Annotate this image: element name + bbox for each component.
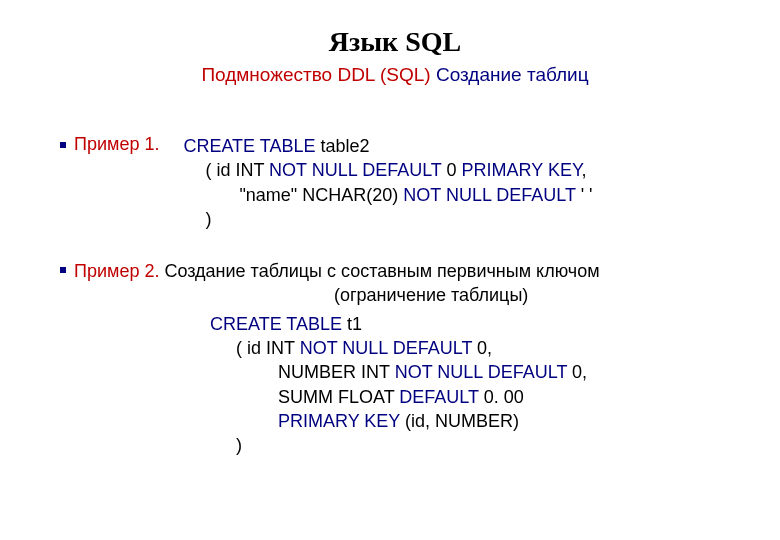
bullet-icon (60, 267, 66, 273)
example-2-code: CREATE TABLE t1 ( id INT NOT NULL DEFAUL… (210, 312, 730, 458)
code-line: CREATE TABLE t1 (210, 312, 730, 336)
page-title: Язык SQL (60, 26, 730, 58)
bullet-icon (60, 142, 66, 148)
keyword: NOT NULL DEFAULT (300, 338, 477, 358)
code-line: ) (210, 433, 730, 457)
text: ) (205, 209, 211, 229)
text: (id, NUMBER) (405, 411, 519, 431)
subtitle-red: Подмножество DDL (SQL) (201, 64, 430, 85)
text: 0. 00 (484, 387, 524, 407)
code-line: CREATE TABLE table2 (183, 134, 592, 158)
example-1: Пример 1. CREATE TABLE table2 ( id INT N… (60, 134, 730, 231)
text: 0, (477, 338, 492, 358)
subtitle-navy: Создание таблиц (431, 64, 589, 85)
keyword: PRIMARY KEY (278, 411, 405, 431)
example-1-body: CREATE TABLE table2 ( id INT NOT NULL DE… (183, 134, 592, 231)
keyword: PRIMARY KEY (462, 160, 582, 180)
code-line: ( id INT NOT NULL DEFAULT 0 PRIMARY KEY, (183, 158, 592, 182)
code-line: ( id INT NOT NULL DEFAULT 0, (210, 336, 730, 360)
example-2-body: Пример 2. Создание таблицы с составным п… (74, 259, 600, 308)
subtitle: Подмножество DDL (SQL) Создание таблиц (60, 64, 730, 86)
text: SUMM FLOAT (278, 387, 399, 407)
keyword: CREATE TABLE (183, 136, 320, 156)
code-line: PRIMARY KEY (id, NUMBER) (210, 409, 730, 433)
code-line: SUMM FLOAT DEFAULT 0. 00 (210, 385, 730, 409)
example-2-note: (ограничение таблицы) (74, 283, 600, 307)
keyword: DEFAULT (399, 387, 483, 407)
text: NUMBER INT (278, 362, 395, 382)
text: ( id INT (205, 160, 269, 180)
example-1-label: Пример 1. (74, 134, 159, 155)
keyword: CREATE TABLE (210, 314, 347, 334)
example-2: Пример 2. Создание таблицы с составным п… (60, 259, 730, 308)
code-line: NUMBER INT NOT NULL DEFAULT 0, (210, 360, 730, 384)
code-line: "name" NCHAR(20) NOT NULL DEFAULT ' ' (183, 183, 592, 207)
keyword: NOT NULL DEFAULT (395, 362, 572, 382)
text: "name" NCHAR(20) (239, 185, 403, 205)
code-line: ) (183, 207, 592, 231)
text: Создание таблицы с составным первичным к… (159, 261, 599, 281)
text: 0, (572, 362, 587, 382)
text: , (582, 160, 587, 180)
text: t1 (347, 314, 362, 334)
slide: Язык SQL Подмножество DDL (SQL) Создание… (0, 0, 780, 478)
text: ' ' (581, 185, 593, 205)
keyword: NOT NULL DEFAULT (403, 185, 580, 205)
example-2-label: Пример 2. (74, 261, 159, 281)
text: table2 (320, 136, 369, 156)
text: 0 (447, 160, 462, 180)
text: ( id INT (236, 338, 300, 358)
text: ) (236, 435, 242, 455)
keyword: NOT NULL DEFAULT (269, 160, 446, 180)
